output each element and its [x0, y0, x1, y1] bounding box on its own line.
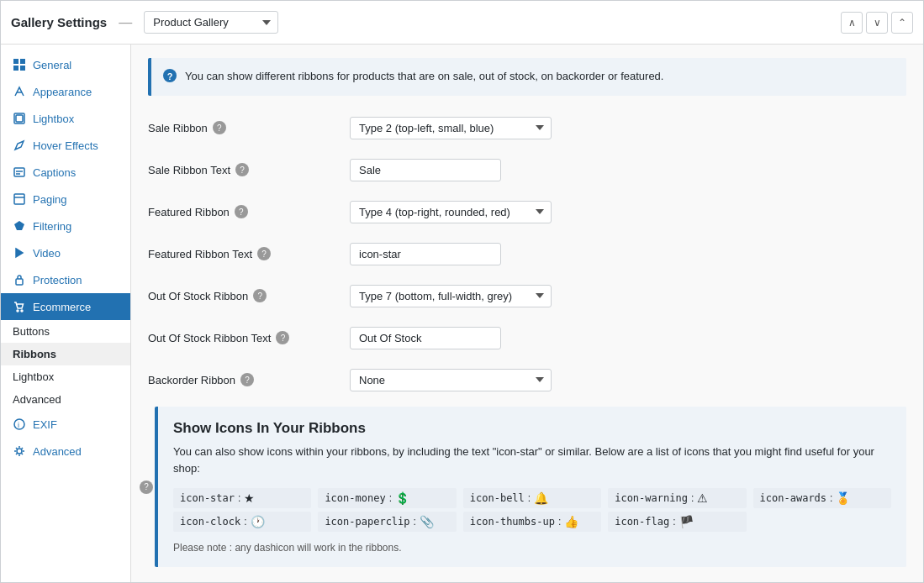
header-nav: ∧ ∨ ⌃	[841, 12, 913, 34]
icon-section-note: Please note : any dashicon will work in …	[173, 542, 891, 554]
backorder-ribbon-row: Backorder Ribbon ? None Type 1 Type 2	[148, 365, 906, 395]
video-icon	[13, 246, 26, 260]
icon-grid: icon-star : ★ icon-money : 💲 icon-bell :…	[173, 488, 891, 532]
svg-text:i: i	[18, 421, 19, 429]
svg-point-18	[17, 449, 22, 454]
sidebar-label-ecommerce: Ecommerce	[33, 301, 91, 313]
captions-icon	[13, 165, 26, 179]
sale-ribbon-text-row: Sale Ribbon Text ?	[148, 155, 906, 185]
svg-rect-1	[20, 59, 25, 64]
out-of-stock-ribbon-text-label: Out Of Stock Ribbon Text ?	[148, 331, 350, 344]
featured-ribbon-text-row: Featured Ribbon Text ?	[148, 239, 906, 269]
svg-rect-3	[20, 66, 25, 71]
sidebar-item-lightbox[interactable]: Lightbox	[1, 105, 130, 132]
icon-entry-paperclip: icon-paperclip : 📎	[318, 512, 456, 532]
sidebar-item-general[interactable]: General	[1, 51, 130, 78]
sale-ribbon-text-input[interactable]	[350, 159, 501, 181]
sale-ribbon-label: Sale Ribbon ?	[148, 121, 350, 134]
svg-marker-12	[16, 249, 23, 257]
info-box-text: You can show different ribbons for produ…	[185, 68, 663, 85]
out-of-stock-ribbon-text-help-icon[interactable]: ?	[276, 331, 289, 344]
nav-down-button[interactable]: ∨	[866, 12, 888, 34]
sale-ribbon-select[interactable]: None Type 1 (top-left, small, red) Type …	[350, 117, 552, 139]
featured-ribbon-text-help-icon[interactable]: ?	[257, 247, 271, 260]
featured-ribbon-text-input[interactable]	[350, 243, 501, 265]
sidebar-label-lightbox: Lightbox	[33, 113, 74, 125]
appearance-icon	[13, 85, 26, 98]
out-of-stock-ribbon-select[interactable]: None Type 5 Type 6 Type 7 (bottom, full-…	[350, 285, 552, 307]
icon-section-title: Show Icons In Your Ribbons	[173, 420, 891, 437]
sidebar: General Appearance Lightbox Hover Effect…	[1, 45, 131, 582]
out-of-stock-ribbon-text-row: Out Of Stock Ribbon Text ?	[148, 323, 906, 353]
sidebar-label-captions: Captions	[33, 166, 76, 179]
sidebar-label-advanced: Advanced	[33, 445, 82, 458]
paging-icon	[13, 192, 26, 206]
sidebar-label-exif: EXIF	[33, 418, 57, 431]
gallery-select[interactable]: Product Gallery Default Gallery	[144, 11, 278, 34]
sidebar-item-hover-effects[interactable]: Hover Effects	[1, 132, 130, 159]
icon-entry-flag: icon-flag : 🏴	[608, 512, 746, 532]
header-separator: —	[119, 15, 132, 30]
svg-rect-2	[13, 66, 18, 71]
svg-rect-13	[16, 279, 23, 285]
info-box: ? You can show different ribbons for pro…	[148, 58, 906, 96]
featured-ribbon-text-label: Featured Ribbon Text ?	[148, 247, 350, 260]
sidebar-item-protection[interactable]: Protection	[1, 266, 130, 293]
nav-collapse-button[interactable]: ⌃	[891, 12, 913, 34]
sidebar-sub-buttons[interactable]: Buttons	[1, 320, 130, 343]
svg-point-15	[21, 310, 23, 312]
sidebar-sub-ribbons[interactable]: Ribbons	[1, 343, 130, 365]
app-wrapper: Gallery Settings — Product Gallery Defau…	[0, 0, 924, 583]
sidebar-label-paging: Paging	[33, 193, 66, 206]
sidebar-sub-advanced[interactable]: Advanced	[1, 388, 130, 411]
out-of-stock-ribbon-help-icon[interactable]: ?	[253, 289, 267, 302]
info-box-icon: ?	[163, 69, 177, 86]
icon-entry-money: icon-money : 💲	[318, 488, 456, 508]
nav-up-button[interactable]: ∧	[841, 12, 863, 34]
icon-entry-awards: icon-awards : 🏅	[753, 488, 891, 508]
icon-entry-thumbs-up: icon-thumbs-up : 👍	[463, 512, 601, 532]
body-wrap: General Appearance Lightbox Hover Effect…	[1, 45, 923, 582]
backorder-ribbon-select[interactable]: None Type 1 Type 2	[350, 369, 552, 391]
sidebar-label-appearance: Appearance	[33, 86, 92, 98]
icon-entry-bell: icon-bell : 🔔	[463, 488, 601, 508]
featured-ribbon-row: Featured Ribbon ? None Type 1 Type 2 Typ…	[148, 197, 906, 227]
svg-marker-11	[14, 221, 24, 230]
out-of-stock-ribbon-label: Out Of Stock Ribbon ?	[148, 289, 350, 302]
sidebar-item-paging[interactable]: Paging	[1, 186, 130, 213]
backorder-ribbon-help-icon[interactable]: ?	[240, 373, 254, 386]
icon-entry-clock: icon-clock : 🕐	[173, 512, 311, 532]
exif-icon: i	[13, 418, 26, 431]
sidebar-item-captions[interactable]: Captions	[1, 159, 130, 186]
main-content: ? You can show different ribbons for pro…	[131, 45, 923, 582]
out-of-stock-ribbon-text-input[interactable]	[350, 327, 501, 349]
svg-rect-9	[14, 194, 24, 204]
sale-ribbon-text-help-icon[interactable]: ?	[235, 163, 249, 176]
icon-section-help-icon[interactable]: ?	[140, 481, 153, 494]
svg-rect-6	[14, 168, 24, 176]
sale-ribbon-row: Sale Ribbon ? None Type 1 (top-left, sma…	[148, 113, 906, 143]
sale-ribbon-help-icon[interactable]: ?	[213, 121, 226, 134]
sidebar-item-filtering[interactable]: Filtering	[1, 213, 130, 239]
sidebar-item-appearance[interactable]: Appearance	[1, 78, 130, 105]
icon-section-description: You can also show icons within your ribb…	[173, 444, 891, 476]
sidebar-item-ecommerce[interactable]: Ecommerce	[1, 293, 130, 320]
featured-ribbon-select[interactable]: None Type 1 Type 2 Type 3 Type 4 (top-ri…	[350, 201, 552, 223]
sidebar-label-general: General	[33, 59, 71, 71]
featured-ribbon-label: Featured Ribbon ?	[148, 205, 350, 218]
icon-entry-star: icon-star : ★	[173, 488, 311, 508]
sidebar-item-exif[interactable]: i EXIF	[1, 411, 130, 438]
sidebar-label-protection: Protection	[33, 274, 82, 286]
sidebar-label-video: Video	[33, 247, 61, 260]
sidebar-sub-lightbox[interactable]: Lightbox	[1, 365, 130, 388]
svg-point-16	[14, 419, 24, 429]
icon-entry-warning: icon-warning : ⚠	[608, 488, 746, 508]
header: Gallery Settings — Product Gallery Defau…	[1, 1, 923, 45]
backorder-ribbon-label: Backorder Ribbon ?	[148, 373, 350, 386]
filtering-icon	[13, 219, 26, 233]
sidebar-item-video[interactable]: Video	[1, 239, 130, 266]
header-title: Gallery Settings	[11, 15, 107, 29]
sidebar-item-advanced[interactable]: Advanced	[1, 438, 130, 465]
featured-ribbon-help-icon[interactable]: ?	[235, 205, 248, 218]
icon-section: ? Show Icons In Your Ribbons You can als…	[155, 407, 906, 567]
